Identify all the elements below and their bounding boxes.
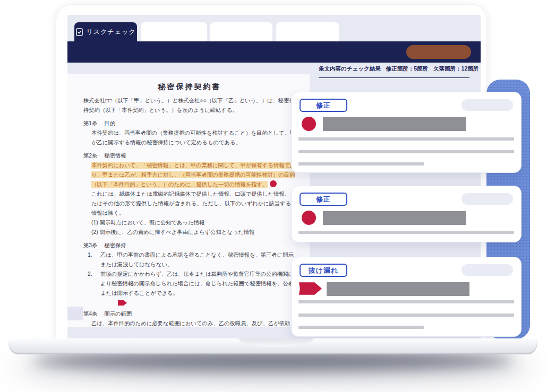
article-4: 第4条 開示の範囲 乙は、本件目的のために必要な範囲においてのみ、乙の役職員、及… [83, 309, 296, 327]
check-results-bar: 条文内容のチェック結果 修正箇所：5箇所 欠落箇所：12箇所 [319, 65, 469, 78]
correction-badge: 修正 [300, 193, 347, 206]
article-1: 第1条 目的 本件契約は、両当事者間の（業務提携の可能性を検討すること）を目的と… [83, 119, 296, 147]
tab-placeholder-2[interactable] [210, 22, 272, 41]
article-3-item-2-text: 前項の規定にかかわらず、乙は、法令または裁判所や監督官庁等の公的機関により秘密情… [100, 269, 296, 298]
correction-badge: 修正 [300, 99, 347, 112]
tab-risk-check-label: リスクチェック [87, 28, 136, 37]
heading-placeholder-bar [323, 211, 466, 225]
text-placeholder-bar [298, 326, 424, 329]
omissions-count: 欠落箇所：12箇所 [433, 65, 478, 73]
article-3-number: 第3条 [83, 241, 97, 250]
article-4-name: 開示の範囲 [104, 309, 132, 319]
check-card-correction-2[interactable]: 修正 [291, 186, 522, 242]
text-placeholder-bar [298, 313, 514, 317]
article-2: 第2条 秘密情報 本件契約において、「秘密情報」とは、甲の業務に関して、甲が保有… [83, 151, 296, 237]
document-intro: 株式会社□□（以下「甲」という。）と株式会社○○（以下「乙」という。）は、秘密保… [83, 96, 296, 115]
corrections-count: 修正箇所：5箇所 [386, 65, 428, 73]
text-placeholder-bar [298, 231, 514, 234]
article-2-body: これには、紙媒体または電磁的記録媒体で提供した情報、口頭で提供した情報、またはそ… [91, 189, 296, 218]
card-button-placeholder[interactable] [461, 99, 513, 111]
check-results-title: 条文内容のチェック結果 [319, 65, 381, 73]
correction-marker-dot [302, 117, 316, 131]
text-placeholder-bar [298, 162, 424, 165]
article-4-body: 乙は、本件目的のために必要な範囲においてのみ、乙の役職員、及び、乙が依頼 [91, 319, 296, 327]
omission-marker-tag [118, 300, 127, 306]
heading-placeholder-bar [323, 117, 466, 131]
article-3-item-1-text: 乙は、甲の事前の書面による承諾を得ることなく、秘密情報を、第三者に開示または漏洩… [100, 250, 296, 269]
page-thumbnail-placeholder [67, 307, 83, 320]
tab-risk-check[interactable]: リスクチェック [74, 22, 137, 41]
tab-placeholder-3[interactable] [276, 22, 339, 41]
check-card-correction-1[interactable]: 修正 [291, 92, 522, 173]
text-placeholder-bar [298, 300, 514, 303]
article-4-number: 第4条 [83, 309, 97, 319]
article-2-number: 第2条 [83, 151, 97, 161]
article-2-item-2: (2) 開示後に、乙の責めに帰すべき事由によらず公知となった情報 [91, 228, 296, 237]
laptop-hinge-notch [239, 338, 313, 347]
card-button-placeholder[interactable] [461, 193, 513, 205]
text-placeholder-bar [298, 137, 514, 141]
correction-marker-dot [302, 211, 316, 225]
omission-marker-tag [299, 281, 322, 296]
highlighted-text: 本件契約において、「秘密情報」とは、甲の業務に関して、甲が保有する情報であり、甲… [91, 162, 296, 188]
article-2-name: 秘密情報 [104, 151, 126, 161]
omission-badge: 抜け漏れ [300, 264, 347, 277]
article-1-body: 本件契約は、両当事者間の（業務提携の可能性を検討すること）を目的として、甲が乙に… [91, 128, 296, 147]
document-panel[interactable]: 秘密保持契約書 株式会社□□（以下「甲」という。）と株式会社○○（以下「乙」とい… [67, 74, 310, 327]
correction-marker-dot [270, 180, 277, 187]
article-2-item-1: (1) 開示時点において、既に公知であった情報 [91, 218, 296, 228]
card-button-placeholder[interactable] [461, 264, 513, 276]
check-card-omission[interactable]: 抜け漏れ [291, 257, 522, 337]
article-1-name: 目的 [104, 119, 115, 128]
article-1-number: 第1条 [83, 119, 97, 128]
laptop-base [8, 338, 537, 354]
article-2-highlighted-clause: 本件契約において、「秘密情報」とは、甲の業務に関して、甲が保有する情報であり、甲… [91, 161, 296, 189]
text-placeholder-bar [298, 150, 514, 153]
article-3-item-1-number: 1. [88, 250, 100, 269]
tab-placeholder-1[interactable] [141, 22, 207, 41]
header-action-button[interactable] [406, 45, 471, 59]
article-3: 第3条 秘密保持 1. 乙は、甲の事前の書面による承諾を得ることなく、秘密情報を… [83, 241, 296, 306]
article-3-name: 秘密保持 [104, 241, 126, 250]
article-3-item-1: 1. 乙は、甲の事前の書面による承諾を得ることなく、秘密情報を、第三者に開示また… [88, 250, 296, 269]
article-3-item-2: 2. 前項の規定にかかわらず、乙は、法令または裁判所や監督官庁等の公的機関により… [88, 269, 296, 298]
document-title: 秘密保持契約書 [83, 82, 296, 91]
article-3-item-2-number: 2. [88, 269, 100, 298]
document-check-icon [76, 28, 83, 36]
heading-placeholder-bar [327, 282, 469, 296]
